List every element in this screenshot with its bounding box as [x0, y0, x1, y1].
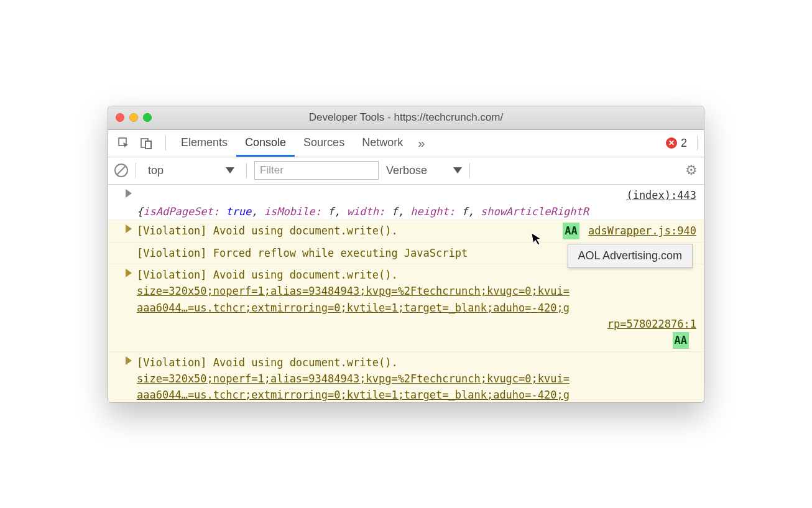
source-link[interactable]: rp=578022876:1 — [607, 316, 696, 332]
clear-console-icon[interactable] — [114, 164, 128, 177]
separator — [165, 136, 166, 150]
close-window-button[interactable] — [116, 113, 124, 122]
disclosure-triangle-icon[interactable] — [126, 356, 132, 365]
context-value: top — [148, 164, 164, 177]
context-selector[interactable]: top — [144, 161, 239, 180]
disclosure-triangle-icon[interactable] — [126, 269, 132, 277]
separator — [136, 163, 136, 178]
disclosure-triangle-icon[interactable] — [126, 189, 132, 198]
svg-rect-2 — [145, 141, 151, 149]
panel-tabbar: Elements Console Sources Network » ✕ 2 — [108, 130, 704, 157]
disclosure-triangle-icon[interactable] — [126, 224, 132, 233]
source-link[interactable]: adsWrapper.js:940 — [588, 224, 696, 237]
minimize-window-button[interactable] — [129, 113, 138, 122]
chevron-down-icon — [226, 167, 234, 173]
error-icon: ✕ — [666, 137, 677, 149]
tab-sources[interactable]: Sources — [295, 130, 353, 157]
source-link[interactable]: aaa6044…=us.tchcr;extmirroring=0;kvtile=… — [137, 302, 570, 314]
console-row: [Violation] Avoid using document.write()… — [108, 264, 704, 352]
console-message: [Violation] Avoid using document.write()… — [137, 267, 696, 349]
source-link[interactable]: size=320x50;noperf=1;alias=93484943;kvpg… — [137, 372, 570, 385]
source-link[interactable]: (index):443 — [626, 187, 696, 203]
titlebar: Developer Tools - https://techcrunch.com… — [108, 106, 704, 130]
separator — [697, 136, 698, 150]
console-message: [Violation] Forced reflow while executin… — [137, 247, 468, 259]
error-count-value: 2 — [681, 137, 687, 150]
window-title: Developer Tools - https://techcrunch.com… — [108, 111, 704, 124]
chevron-down-icon — [453, 167, 462, 173]
log-level-value: Verbose — [386, 164, 427, 177]
inspect-element-icon[interactable] — [114, 134, 133, 152]
console-row: [Violation] Avoid using document.write()… — [108, 352, 704, 402]
source-link[interactable]: size=320x50;noperf=1;alias=93484943;kvpg… — [137, 285, 570, 297]
log-level-selector[interactable]: Verbose — [386, 164, 462, 177]
separator — [246, 163, 247, 178]
separator — [469, 163, 470, 178]
console-message: {isAdPageSet: true, isMobile: f, width: … — [137, 203, 696, 219]
maximize-window-button[interactable] — [143, 113, 152, 122]
console-output: (index):443 {isAdPageSet: true, isMobile… — [108, 185, 704, 402]
filter-input[interactable] — [254, 161, 379, 180]
traffic-lights — [116, 113, 152, 122]
console-message: [Violation] Avoid using document.write()… — [137, 354, 696, 402]
script-badge[interactable]: AA — [563, 223, 579, 239]
console-row: (index):443 {isAdPageSet: true, isMobile… — [108, 185, 704, 221]
tab-network[interactable]: Network — [353, 130, 412, 157]
console-message: [Violation] Avoid using document.write()… — [137, 223, 696, 239]
devtools-window: Developer Tools - https://techcrunch.com… — [108, 106, 704, 403]
console-toolbar: top Verbose ⚙ — [108, 157, 704, 185]
script-badge[interactable]: AA — [673, 332, 689, 348]
badge-tooltip: AOL Advertising.com — [568, 244, 693, 268]
tab-elements[interactable]: Elements — [172, 130, 236, 157]
settings-gear-icon[interactable]: ⚙ — [685, 162, 698, 178]
console-row: [Violation] Avoid using document.write()… — [108, 220, 704, 242]
device-toolbar-icon[interactable] — [137, 134, 155, 152]
tab-console[interactable]: Console — [236, 130, 295, 157]
source-link[interactable]: aaa6044…=us.tchcr;extmirroring=0;kvtile=… — [137, 389, 570, 401]
tabs-overflow-button[interactable]: » — [412, 136, 431, 150]
error-count[interactable]: ✕ 2 — [666, 137, 692, 150]
